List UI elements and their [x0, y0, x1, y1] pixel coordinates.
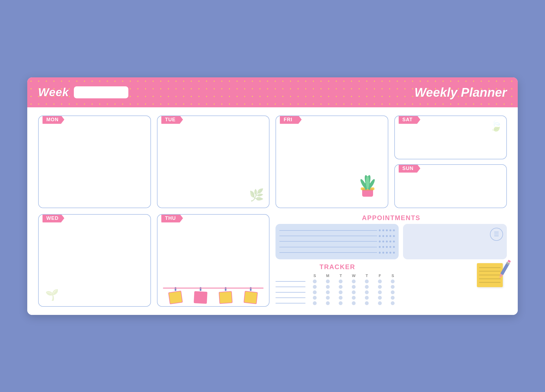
wednesday-box[interactable]: WED 🌱 [38, 214, 151, 307]
appointments-section: APPOINTMENTS ☰ [275, 214, 507, 259]
appointments-and-notes: ☰ [275, 224, 507, 259]
week-input-box[interactable] [74, 86, 128, 98]
tracker-row[interactable] [275, 285, 399, 289]
appointments-box[interactable] [275, 224, 399, 259]
tracker-row[interactable] [275, 290, 399, 294]
right-bottom-section: APPOINTMENTS ☰ TRACK [275, 214, 507, 307]
svg-rect-0 [362, 189, 373, 197]
wed-branch-decoration: 🌱 [45, 288, 59, 301]
notes-box[interactable]: ☰ [403, 224, 507, 259]
planner-header: Week Weekly Planner [27, 77, 518, 107]
svg-point-7 [367, 178, 376, 189]
tracker-title: TRACKER [275, 263, 399, 271]
friday-label: FRI [280, 116, 302, 124]
tuesday-box[interactable]: TUE 🌿 [157, 116, 270, 208]
notes-icon: ☰ [490, 228, 503, 241]
sunday-box[interactable]: SUN [394, 164, 507, 208]
appointments-title: APPOINTMENTS [275, 214, 507, 222]
thursday-label: THU [161, 214, 183, 223]
svg-rect-1 [361, 187, 374, 190]
sunday-label: SUN [399, 164, 420, 173]
sat-sun-column: SAT 🍃 SUN [394, 116, 507, 208]
plant-decoration [354, 169, 381, 199]
tracker-row[interactable] [275, 296, 399, 300]
tracker-header: S M T W T F S [275, 274, 399, 278]
header-left: Week [38, 86, 128, 99]
thursday-box[interactable]: THU [157, 214, 270, 307]
friday-box[interactable]: FRI [275, 116, 388, 208]
tracker-row[interactable] [275, 279, 399, 283]
sat-leaves-decoration: 🍃 [490, 120, 502, 132]
planner-title: Weekly Planner [414, 85, 507, 100]
saturday-box[interactable]: SAT 🍃 [394, 116, 507, 159]
svg-point-4 [364, 174, 372, 190]
planner-body: MON TUE 🌿 FRI [27, 107, 518, 315]
tracker-row[interactable] [275, 301, 399, 305]
svg-point-6 [359, 178, 367, 189]
monday-label: MON [43, 116, 64, 124]
wednesday-label: WED [43, 214, 64, 223]
tuesday-label: TUE [161, 116, 183, 124]
week-label: Week [38, 86, 69, 99]
tracker-left: TRACKER S M T W T F S [275, 263, 399, 307]
svg-point-5 [366, 176, 369, 189]
monday-box[interactable]: MON [38, 116, 151, 208]
planner-wrapper: Week Weekly Planner MON TUE 🌿 FRI [27, 77, 518, 315]
sticky-note-decoration [477, 263, 507, 290]
saturday-label: SAT [399, 116, 420, 124]
tracker-grid: S M T W T F S [275, 274, 399, 305]
tracker-right [404, 263, 507, 290]
svg-rect-2 [362, 189, 373, 191]
leaves-decoration: 🌿 [249, 188, 264, 202]
svg-point-3 [364, 174, 372, 190]
tracker-section: TRACKER S M T W T F S [275, 263, 507, 307]
photos-decoration [158, 288, 269, 303]
